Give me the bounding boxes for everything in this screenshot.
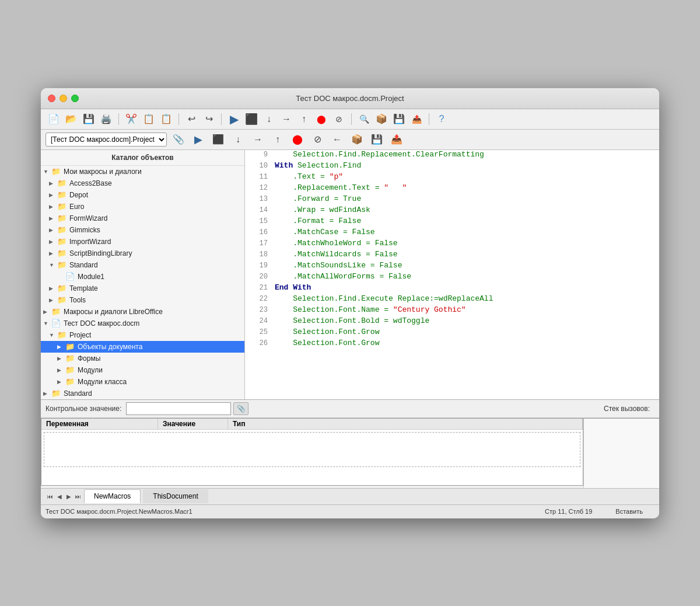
- traffic-lights: [48, 95, 79, 102]
- line-number: 20: [247, 273, 268, 281]
- open-button[interactable]: 📂: [63, 112, 79, 127]
- tree-item-importwizard[interactable]: ▶ 📁 ImportWizard: [41, 236, 244, 248]
- goto-object-button[interactable]: 📎: [170, 132, 187, 147]
- save2-button[interactable]: 💾: [391, 112, 407, 127]
- toggle-breakpoint-button[interactable]: ⬤: [313, 112, 330, 127]
- print-button[interactable]: 🖨️: [98, 112, 114, 127]
- sep3: [221, 113, 222, 125]
- tree-item-moi-macrosy[interactable]: ▼ 📁 Мои макросы и диалоги: [41, 166, 244, 177]
- code-text: .Format = False: [275, 217, 361, 225]
- minimize-button[interactable]: [60, 95, 67, 102]
- arrow-icon: ▶: [49, 297, 57, 303]
- tree-item-libreoffice[interactable]: ▶ 📁 Макросы и диалоги LibreOffice: [41, 306, 244, 318]
- tree-item-tools[interactable]: ▶ 📁 Tools: [41, 294, 244, 306]
- object-catalog-sidebar: Каталог объектов ▼ 📁 Мои макросы и диало…: [41, 150, 245, 399]
- arrow-icon: ▶: [49, 285, 57, 291]
- step-out2-button[interactable]: ↑: [270, 132, 286, 147]
- tree-item-class-modules[interactable]: ▶ 📁 Модули класса: [41, 376, 244, 388]
- modules2-button[interactable]: 📦: [349, 132, 365, 147]
- arrow-icon: ▶: [57, 367, 65, 373]
- tree-item-scriptbinding[interactable]: ▶ 📁 ScriptBindingLibrary: [41, 248, 244, 259]
- folder-icon: 📁: [65, 354, 76, 363]
- nav-left-button[interactable]: ←: [329, 132, 345, 147]
- tree-item-template[interactable]: ▶ 📁 Template: [41, 283, 244, 294]
- tab-next-button[interactable]: ▶: [64, 492, 74, 501]
- step-into-button[interactable]: ↓: [261, 112, 277, 127]
- export2-button[interactable]: 📤: [388, 132, 405, 147]
- arrow-icon: ▶: [57, 379, 65, 385]
- help-button[interactable]: ?: [433, 112, 450, 127]
- code-text: With Selection.Find: [275, 161, 361, 170]
- stop2-button[interactable]: ⬛: [210, 132, 226, 147]
- find-button[interactable]: 🔍: [356, 112, 372, 127]
- step-over-button[interactable]: →: [278, 112, 295, 127]
- tree-label: ScriptBindingLibrary: [69, 249, 242, 257]
- tree-label: Standard: [69, 261, 242, 269]
- tree-item-project[interactable]: ▼ 📁 Project: [41, 329, 244, 341]
- arrow-icon: ▶: [57, 344, 65, 350]
- tab-newmacros[interactable]: NewMacros: [84, 489, 141, 503]
- watch-add-button[interactable]: 📎: [233, 402, 249, 415]
- line-number: 13: [247, 195, 268, 203]
- folder-icon: 📁: [51, 167, 62, 176]
- modules-button[interactable]: 📦: [373, 112, 390, 127]
- code-editor[interactable]: 9 Selection.Find.Replacement.ClearFormat…: [245, 150, 659, 399]
- new-button[interactable]: 📄: [46, 112, 62, 127]
- code-view[interactable]: 9 Selection.Find.Replacement.ClearFormat…: [245, 150, 659, 399]
- tree-item-gimmicks[interactable]: ▶ 📁 Gimmicks: [41, 224, 244, 236]
- undo-button[interactable]: ↩: [183, 112, 200, 127]
- code-line-17: 17 .MatchWholeWord = False: [245, 239, 659, 250]
- tree-item-formwizard[interactable]: ▶ 📁 FormWizard: [41, 213, 244, 224]
- clear-bp2-button[interactable]: ⊘: [309, 132, 326, 147]
- watch-input[interactable]: [126, 402, 231, 415]
- tree-item-standard2[interactable]: ▶ 📁 Standard: [41, 388, 244, 399]
- tab-first-button[interactable]: ⏮: [46, 492, 55, 501]
- step-into2-button[interactable]: ↓: [230, 132, 246, 147]
- step-out-button[interactable]: ↑: [296, 112, 312, 127]
- tree-item-modules[interactable]: ▶ 📁 Модули: [41, 364, 244, 376]
- code-text: .Forward = True: [275, 194, 361, 203]
- paste-button[interactable]: 📋: [158, 112, 174, 127]
- call-stack-panel: [583, 418, 659, 488]
- copy-button[interactable]: 📋: [141, 112, 157, 127]
- arrow-icon: ▶: [49, 192, 57, 198]
- arrow-icon: ▼: [43, 169, 51, 175]
- tree-label: Gimmicks: [69, 226, 242, 234]
- tree-item-forms[interactable]: ▶ 📁 Формы: [41, 353, 244, 364]
- tab-last-button[interactable]: ⏭: [74, 492, 83, 501]
- save3-button[interactable]: 💾: [369, 132, 385, 147]
- tree-item-module1[interactable]: ▶ 📄 Module1: [41, 271, 244, 283]
- tab-label: ThisDocument: [153, 492, 198, 500]
- history-tools: ↩ ↪: [183, 112, 217, 127]
- tree-item-depot[interactable]: ▶ 📁 Depot: [41, 189, 244, 201]
- tree-label: Project: [69, 331, 242, 339]
- code-line-21: 21 End With: [245, 283, 659, 294]
- tab-thisdocument[interactable]: ThisDocument: [143, 489, 208, 503]
- tree-item-test-doc[interactable]: ▼ 📄 Тест DOC макрос.docm: [41, 318, 244, 329]
- tree-item-euro[interactable]: ▶ 📁 Euro: [41, 201, 244, 213]
- clear-breakpoints-button[interactable]: ⊘: [331, 112, 347, 127]
- tree-item-standard[interactable]: ▼ 📁 Standard: [41, 259, 244, 271]
- maximize-button[interactable]: [71, 95, 79, 102]
- tree-item-access2base[interactable]: ▶ 📁 Access2Base: [41, 177, 244, 189]
- run-macro-button[interactable]: ▶: [226, 112, 242, 127]
- close-button[interactable]: [48, 95, 55, 102]
- breakpoint2-button[interactable]: ⬤: [289, 132, 306, 147]
- project-select[interactable]: [Тест DOC макрос.docm].Project: [46, 133, 167, 147]
- code-line-20: 20 .MatchAllWordForms = False: [245, 272, 659, 283]
- tabs-bar: ⏮ ◀ ▶ ⏭ NewMacros ThisDocument: [41, 488, 659, 504]
- tree-item-objects[interactable]: ▶ 📁 Объекты документа: [41, 341, 244, 353]
- cut-button[interactable]: ✂️: [123, 112, 139, 127]
- arrow-icon: ▶: [57, 356, 65, 361]
- file-tools: 📄 📂 💾 🖨️: [46, 112, 114, 127]
- redo-button[interactable]: ↪: [201, 112, 217, 127]
- tab-prev-button[interactable]: ◀: [55, 492, 64, 501]
- code-text: .MatchWholeWord = False: [275, 239, 398, 248]
- step-over2-button[interactable]: →: [250, 132, 266, 147]
- save-button[interactable]: 💾: [80, 112, 97, 127]
- folder-icon: 📁: [57, 260, 68, 270]
- export-button[interactable]: 📤: [408, 112, 425, 127]
- run2-button[interactable]: ▶: [190, 132, 206, 147]
- stop-button[interactable]: ⬛: [243, 112, 260, 127]
- code-line-25: 25 Selection.Font.Grow: [245, 328, 659, 339]
